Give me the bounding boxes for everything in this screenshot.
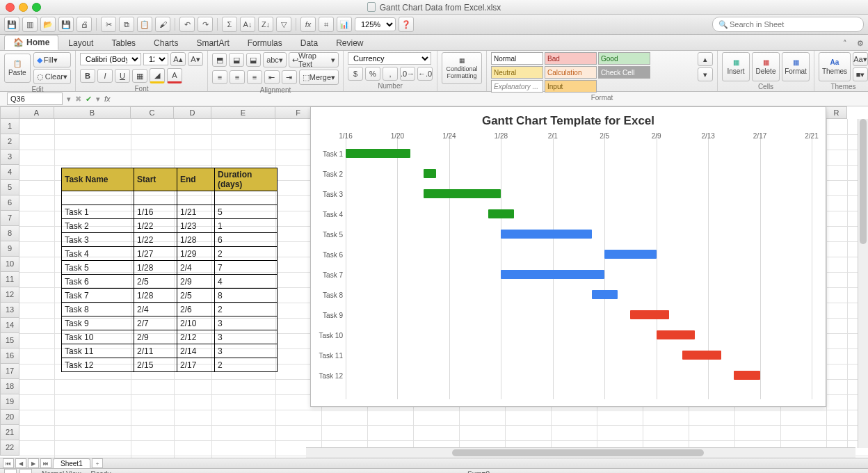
open-icon[interactable]: 📂 xyxy=(40,17,56,32)
row-header-2[interactable]: 2 xyxy=(0,134,19,150)
font-color-button[interactable]: A xyxy=(167,68,182,83)
cell-style-good[interactable]: Good xyxy=(598,52,650,65)
fill-button[interactable]: ◆Fill ▾ xyxy=(33,52,71,67)
cell-style-explanatory-[interactable]: Explanatory ... xyxy=(491,80,543,93)
help-icon[interactable]: ❓ xyxy=(399,17,414,32)
comma-icon[interactable]: , xyxy=(383,67,398,81)
percent-icon[interactable]: % xyxy=(365,67,380,81)
search-in-sheet[interactable]: 🔍 xyxy=(712,17,864,32)
paste-icon[interactable]: 📋 xyxy=(137,17,152,32)
align-middle-icon[interactable]: ⬓ xyxy=(229,53,243,67)
table-header[interactable]: Duration (days) xyxy=(215,168,278,191)
cell-style-normal[interactable]: Normal xyxy=(491,52,543,65)
cell-style-calculation[interactable]: Calculation xyxy=(545,66,597,79)
row-header-5[interactable]: 5 xyxy=(0,180,19,195)
tab-layout[interactable]: Layout xyxy=(60,36,102,50)
bold-button[interactable]: B xyxy=(80,69,95,83)
vertical-scrollbar[interactable] xyxy=(858,119,868,448)
decrease-indent-icon[interactable]: ⇤ xyxy=(264,70,280,84)
table-row[interactable]: Task 82/42/62 xyxy=(62,303,278,316)
save-icon-2[interactable]: 💾 xyxy=(58,17,74,32)
cell-style-bad[interactable]: Bad xyxy=(545,52,597,65)
table-row[interactable]: Task 11/161/215 xyxy=(62,205,278,219)
styles-scroll-up-icon[interactable]: ▴ xyxy=(698,52,713,66)
table-row[interactable]: Task 62/52/94 xyxy=(62,275,278,289)
increase-indent-icon[interactable]: ⇥ xyxy=(282,70,297,84)
row-header-6[interactable]: 6 xyxy=(0,195,19,211)
cancel-formula-icon[interactable]: ✖ xyxy=(75,95,81,104)
sort-az-icon[interactable]: A↓ xyxy=(240,17,255,32)
zoom-select[interactable]: 125% xyxy=(355,17,396,31)
row-header-22[interactable]: 22 xyxy=(0,440,19,456)
col-header-R[interactable]: R xyxy=(826,106,847,119)
theme-colors-icon[interactable]: Aa▾ xyxy=(853,52,868,66)
sheet-tab-sheet1[interactable]: Sheet1 xyxy=(53,458,90,468)
table-row[interactable]: Task 92/72/103 xyxy=(62,316,278,330)
align-right-icon[interactable]: ≡ xyxy=(247,70,262,84)
theme-fonts-icon[interactable]: ■▾ xyxy=(853,67,868,81)
autosum-icon[interactable]: Σ xyxy=(222,17,237,32)
row-header-14[interactable]: 14 xyxy=(0,318,19,333)
gantt-bar[interactable] xyxy=(657,330,696,339)
font-name-select[interactable]: Calibri (Body) xyxy=(80,53,141,65)
row-header-10[interactable]: 10 xyxy=(0,257,19,272)
first-sheet-icon[interactable]: ⏮ xyxy=(3,458,14,468)
chart-icon[interactable]: 📊 xyxy=(337,17,352,32)
new-icon[interactable]: ▥ xyxy=(22,17,38,32)
cell-style-check-cell[interactable]: Check Cell xyxy=(598,66,650,79)
align-left-icon[interactable]: ≡ xyxy=(212,70,227,84)
tab-tables[interactable]: Tables xyxy=(103,36,144,50)
themes-button[interactable]: AaThemes xyxy=(819,52,851,81)
formula-input[interactable] xyxy=(115,94,868,104)
border-button[interactable]: ▦ xyxy=(132,69,147,83)
tab-formulas[interactable]: Formulas xyxy=(239,36,291,50)
table-row[interactable]: Task 21/221/231 xyxy=(62,219,278,233)
tab-home[interactable]: 🏠Home xyxy=(4,35,58,50)
tab-charts[interactable]: Charts xyxy=(145,36,186,50)
gantt-bar[interactable] xyxy=(592,290,618,299)
paste-button[interactable]: 📋Paste xyxy=(4,54,31,83)
fx-icon[interactable]: fx xyxy=(300,17,316,32)
next-sheet-icon[interactable]: ▶ xyxy=(28,458,39,468)
styles-scroll-down-icon[interactable]: ▾ xyxy=(698,67,713,81)
align-top-icon[interactable]: ⬒ xyxy=(212,53,227,67)
col-header-D[interactable]: D xyxy=(174,106,211,119)
row-header-15[interactable]: 15 xyxy=(0,333,19,348)
copy-icon[interactable]: ⧉ xyxy=(119,17,134,32)
font-size-select[interactable]: 12 xyxy=(143,53,168,65)
cut-icon[interactable]: ✂ xyxy=(101,17,116,32)
underline-button[interactable]: U xyxy=(115,69,130,83)
horizontal-scrollbar[interactable] xyxy=(306,447,855,458)
gantt-bar[interactable] xyxy=(682,351,721,360)
row-header-1[interactable]: 1 xyxy=(0,119,19,134)
align-center-icon[interactable]: ≡ xyxy=(230,70,245,84)
tab-smartart[interactable]: SmartArt xyxy=(188,36,237,50)
last-sheet-icon[interactable]: ⏭ xyxy=(40,458,51,468)
decrease-decimal-icon[interactable]: ←.0 xyxy=(417,67,433,81)
italic-button[interactable]: I xyxy=(97,69,113,83)
gantt-bar[interactable] xyxy=(501,270,604,279)
gantt-bar[interactable] xyxy=(424,189,501,198)
select-all-corner[interactable] xyxy=(0,106,19,119)
col-header-E[interactable]: E xyxy=(211,106,275,119)
table-row[interactable]: Task 122/152/172 xyxy=(62,358,278,372)
gantt-bar[interactable] xyxy=(630,310,669,319)
gantt-chart[interactable]: Gantt Chart Template for Excel 1/161/201… xyxy=(310,106,826,407)
currency-icon[interactable]: $ xyxy=(348,67,363,81)
normal-view-icon[interactable] xyxy=(4,469,17,473)
row-header-16[interactable]: 16 xyxy=(0,348,19,364)
table-header[interactable]: Task Name xyxy=(62,168,134,191)
cell-style-neutral[interactable]: Neutral xyxy=(491,66,543,79)
gantt-bar[interactable] xyxy=(346,149,410,158)
save-icon[interactable]: 💾 xyxy=(4,17,19,32)
clear-button[interactable]: ◌Clear ▾ xyxy=(33,69,71,84)
fill-color-button[interactable]: ◢ xyxy=(150,68,165,83)
collapse-ribbon-icon[interactable]: ˄ xyxy=(839,37,851,50)
col-header-B[interactable]: B xyxy=(54,106,131,119)
cell-styles-gallery[interactable]: NormalBadGoodNeutralCalculationCheck Cel… xyxy=(491,52,693,93)
row-header-7[interactable]: 7 xyxy=(0,211,19,226)
name-box-dropdown-icon[interactable]: ▾ xyxy=(67,95,71,104)
spreadsheet[interactable]: ABCDEFGHIJKLMNOPQR 123456789101112131415… xyxy=(0,106,868,458)
col-header-C[interactable]: C xyxy=(131,106,174,119)
page-layout-view-icon[interactable] xyxy=(19,469,32,473)
